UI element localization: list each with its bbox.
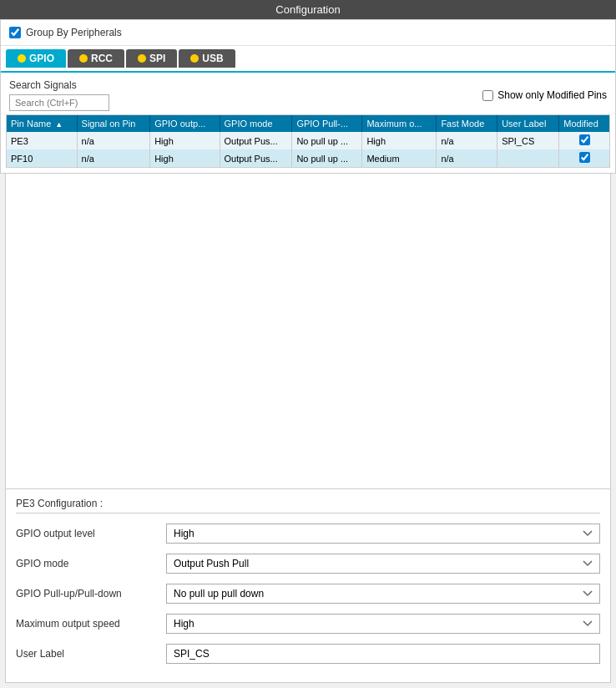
modified-cell	[559, 132, 609, 149]
table-cell: Output Pus...	[220, 132, 292, 149]
tab-usb-label: USB	[202, 53, 223, 64]
table-cell: High	[362, 132, 437, 149]
table-row[interactable]: PF10n/aHighOutput Pus...No pull up ...Me…	[7, 149, 609, 167]
col-signal-on-pin[interactable]: Signal on Pin	[77, 115, 150, 132]
col-user-label[interactable]: User Label	[497, 115, 559, 132]
tab-gpio-dot	[18, 54, 26, 63]
table-cell: SPI_CS	[497, 132, 559, 149]
title-label: Configuration	[275, 3, 340, 16]
table-cell: No pull up ...	[292, 132, 362, 149]
modified-checkbox[interactable]	[579, 134, 590, 145]
search-label: Search Signals	[9, 79, 109, 91]
table-container: Pin Name ▲ Signal on Pin GPIO outp... GP…	[6, 114, 610, 168]
title-bar: Configuration	[0, 0, 616, 19]
group-by-label: Group By Peripherals	[26, 27, 122, 38]
tab-spi[interactable]: SPI	[126, 49, 177, 68]
group-by-checkbox[interactable]	[9, 27, 21, 38]
tab-gpio[interactable]: GPIO	[6, 49, 66, 68]
config-title: PE3 Configuration :	[16, 498, 600, 513]
tab-rcc[interactable]: RCC	[68, 49, 124, 68]
pins-table: Pin Name ▲ Signal on Pin GPIO outp... GP…	[7, 115, 609, 167]
col-pin-name[interactable]: Pin Name ▲	[7, 115, 77, 132]
config-label-user-label: User Label	[16, 648, 166, 660]
tab-usb[interactable]: USB	[179, 49, 235, 68]
config-row-user-label: User Label	[16, 644, 600, 664]
config-label-max-output-speed: Maximum output speed	[16, 618, 166, 630]
show-modified-checkbox[interactable]	[482, 90, 493, 101]
main-content	[5, 174, 611, 488]
modified-checkbox[interactable]	[579, 152, 590, 163]
config-select-gpio-pullup-pulldown[interactable]: No pull up pull downPull-upPull-down	[166, 584, 600, 604]
config-row-max-output-speed: Maximum output speedHighMediumLow	[16, 614, 600, 634]
tab-gpio-label: GPIO	[29, 53, 54, 64]
config-section: PE3 Configuration : GPIO output levelHig…	[5, 488, 611, 683]
config-select-gpio-mode[interactable]: Output Push PullOutput Open DrainInput m…	[166, 554, 600, 574]
col-fast-mode[interactable]: Fast Mode	[437, 115, 497, 132]
show-modified-row: Show only Modified Pins	[482, 89, 607, 101]
table-cell: PF10	[7, 149, 77, 167]
tab-usb-dot	[190, 54, 199, 63]
table-cell: No pull up ...	[292, 149, 362, 167]
col-gpio-mode[interactable]: GPIO mode	[220, 115, 292, 132]
table-cell: n/a	[437, 132, 497, 149]
tabs-row: GPIO RCC SPI USB	[1, 46, 615, 73]
tab-spi-dot	[138, 54, 146, 63]
table-cell: n/a	[77, 149, 150, 167]
search-area: Search Signals	[9, 79, 109, 111]
config-row-gpio-mode: GPIO modeOutput Push PullOutput Open Dra…	[16, 554, 600, 574]
config-label-gpio-pullup-pulldown: GPIO Pull-up/Pull-down	[16, 588, 166, 599]
col-modified[interactable]: Modified	[559, 115, 609, 132]
config-row-gpio-output-level: GPIO output levelHighLow	[16, 524, 600, 544]
tab-rcc-dot	[79, 54, 88, 63]
group-by-row: Group By Peripherals	[1, 20, 615, 46]
config-label-gpio-mode: GPIO mode	[16, 558, 166, 569]
table-cell: High	[150, 149, 220, 167]
config-select-max-output-speed[interactable]: HighMediumLow	[166, 614, 600, 634]
search-row: Search Signals Show only Modified Pins	[1, 73, 615, 114]
col-gpio-output[interactable]: GPIO outp...	[150, 115, 220, 132]
col-max-output[interactable]: Maximum o...	[362, 115, 437, 132]
config-input-user-label[interactable]	[166, 644, 600, 664]
config-label-gpio-output-level: GPIO output level	[16, 528, 166, 539]
table-cell: n/a	[437, 149, 497, 167]
tab-spi-label: SPI	[149, 53, 165, 64]
table-cell: High	[150, 132, 220, 149]
table-cell: PE3	[7, 132, 77, 149]
table-header-row: Pin Name ▲ Signal on Pin GPIO outp... GP…	[7, 115, 609, 132]
config-select-gpio-output-level[interactable]: HighLow	[166, 524, 600, 544]
show-modified-label: Show only Modified Pins	[497, 89, 607, 101]
col-gpio-pull[interactable]: GPIO Pull-...	[292, 115, 362, 132]
table-cell	[497, 149, 559, 167]
search-input[interactable]	[9, 94, 109, 111]
table-cell: Output Pus...	[220, 149, 292, 167]
config-row-gpio-pullup-pulldown: GPIO Pull-up/Pull-downNo pull up pull do…	[16, 584, 600, 604]
modified-cell	[559, 149, 609, 167]
tab-rcc-label: RCC	[91, 53, 113, 64]
table-row[interactable]: PE3n/aHighOutput Pus...No pull up ...Hig…	[7, 132, 609, 149]
table-cell: Medium	[362, 149, 437, 167]
table-cell: n/a	[77, 132, 150, 149]
